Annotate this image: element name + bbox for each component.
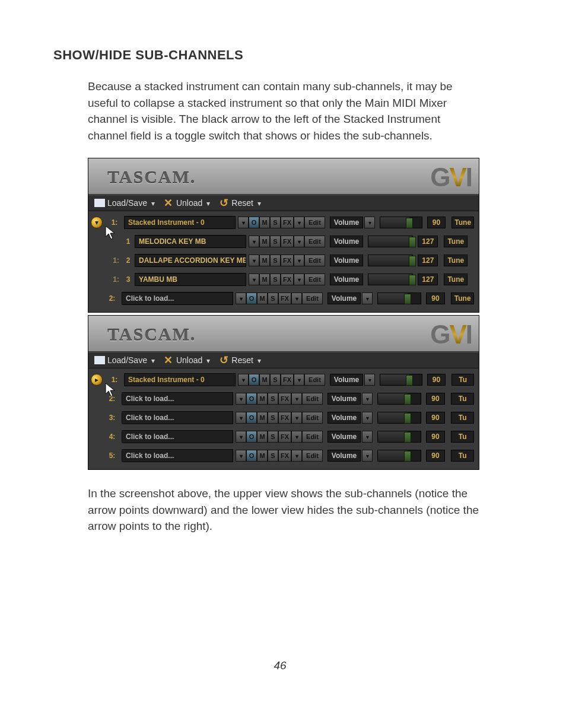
- volume-dropdown[interactable]: [362, 393, 373, 405]
- volume-slider[interactable]: [377, 431, 421, 443]
- solo-button[interactable]: S: [268, 450, 278, 462]
- channel-dropdown[interactable]: [236, 412, 246, 424]
- mute-button[interactable]: M: [259, 374, 270, 386]
- fx-dropdown[interactable]: [291, 450, 302, 462]
- mute-button[interactable]: M: [259, 236, 270, 247]
- tune-field[interactable]: Tu: [451, 431, 474, 443]
- edit-button[interactable]: Edit: [304, 255, 325, 266]
- solo-button[interactable]: S: [268, 393, 278, 405]
- volume-slider[interactable]: [380, 217, 422, 228]
- power-button[interactable]: O: [249, 374, 259, 386]
- volume-slider[interactable]: [368, 274, 413, 285]
- solo-button[interactable]: S: [270, 255, 281, 266]
- edit-button[interactable]: Edit: [302, 293, 323, 304]
- edit-button[interactable]: Edit: [302, 393, 323, 405]
- tune-field[interactable]: Tu: [451, 374, 474, 386]
- fx-dropdown[interactable]: [291, 431, 302, 443]
- loadsave-menu[interactable]: Load/Save: [94, 198, 155, 208]
- volume-dropdown[interactable]: [362, 293, 373, 304]
- fx-dropdown[interactable]: [291, 293, 302, 304]
- volume-slider[interactable]: [377, 293, 421, 304]
- mute-button[interactable]: M: [257, 431, 268, 443]
- solo-button[interactable]: S: [270, 236, 281, 247]
- mute-button[interactable]: M: [259, 255, 270, 266]
- mute-button[interactable]: M: [259, 274, 270, 285]
- volume-slider[interactable]: [368, 255, 413, 266]
- channel-dropdown[interactable]: [249, 255, 259, 266]
- fx-button[interactable]: FX: [278, 293, 291, 304]
- power-button[interactable]: O: [246, 293, 257, 304]
- instrument-name-field[interactable]: MELODICA KEY MB: [135, 235, 246, 248]
- solo-button[interactable]: S: [270, 274, 281, 285]
- fx-button[interactable]: FX: [278, 412, 291, 424]
- volume-dropdown[interactable]: [362, 412, 373, 424]
- tune-field[interactable]: Tune: [444, 255, 468, 266]
- channel-dropdown[interactable]: [236, 450, 246, 462]
- edit-button[interactable]: Edit: [302, 450, 323, 462]
- fx-button[interactable]: FX: [281, 274, 294, 285]
- volume-slider[interactable]: [377, 393, 421, 405]
- edit-button[interactable]: Edit: [302, 412, 323, 424]
- fx-button[interactable]: FX: [281, 217, 294, 228]
- volume-dropdown[interactable]: [364, 374, 375, 386]
- solo-button[interactable]: S: [268, 412, 278, 424]
- fx-button[interactable]: FX: [278, 431, 291, 443]
- channel-dropdown[interactable]: [249, 236, 259, 247]
- fx-dropdown[interactable]: [294, 217, 304, 228]
- channel-dropdown[interactable]: [236, 393, 246, 405]
- instrument-name-field[interactable]: Click to load...: [122, 449, 233, 462]
- instrument-name-field[interactable]: Click to load...: [122, 411, 233, 424]
- instrument-name-field[interactable]: Click to load...: [122, 292, 233, 305]
- volume-slider[interactable]: [380, 374, 422, 386]
- instrument-name-field[interactable]: Click to load...: [122, 430, 233, 443]
- tune-field[interactable]: Tune: [444, 236, 468, 247]
- reset-menu[interactable]: ↺ Reset: [218, 355, 261, 365]
- channel-dropdown[interactable]: [236, 431, 246, 443]
- mute-button[interactable]: M: [257, 412, 268, 424]
- power-button[interactable]: O: [246, 412, 257, 424]
- edit-button[interactable]: Edit: [302, 431, 323, 443]
- instrument-name-field[interactable]: Stacked Instrument - 0: [124, 216, 236, 229]
- edit-button[interactable]: Edit: [304, 274, 325, 285]
- power-button[interactable]: O: [246, 393, 257, 405]
- edit-button[interactable]: Edit: [304, 217, 325, 228]
- fx-dropdown[interactable]: [294, 236, 304, 247]
- fx-button[interactable]: FX: [278, 393, 291, 405]
- fx-dropdown[interactable]: [291, 412, 302, 424]
- tune-field[interactable]: Tune: [444, 274, 468, 285]
- expand-toggle[interactable]: ▸: [91, 374, 103, 386]
- volume-dropdown[interactable]: [364, 217, 375, 228]
- volume-dropdown[interactable]: [362, 450, 373, 462]
- fx-button[interactable]: FX: [281, 374, 294, 386]
- solo-button[interactable]: S: [268, 431, 278, 443]
- tune-field[interactable]: Tu: [451, 412, 474, 424]
- power-button[interactable]: O: [246, 450, 257, 462]
- reset-menu[interactable]: ↺ Reset: [218, 198, 261, 208]
- fx-button[interactable]: FX: [281, 255, 294, 266]
- channel-dropdown[interactable]: [236, 293, 246, 304]
- power-button[interactable]: O: [249, 217, 259, 228]
- mute-button[interactable]: M: [257, 293, 268, 304]
- solo-button[interactable]: S: [270, 217, 281, 228]
- expand-toggle[interactable]: ▾: [91, 217, 103, 228]
- instrument-name-field[interactable]: Stacked Instrument - 0: [124, 373, 236, 386]
- volume-slider[interactable]: [377, 450, 421, 462]
- channel-dropdown[interactable]: [238, 217, 249, 228]
- loadsave-menu[interactable]: Load/Save: [94, 355, 155, 365]
- solo-button[interactable]: S: [268, 293, 278, 304]
- mute-button[interactable]: M: [257, 393, 268, 405]
- volume-dropdown[interactable]: [362, 431, 373, 443]
- tune-field[interactable]: Tune: [451, 217, 474, 228]
- mute-button[interactable]: M: [259, 217, 270, 228]
- tune-field[interactable]: Tu: [451, 450, 474, 462]
- fx-dropdown[interactable]: [294, 255, 304, 266]
- fx-dropdown[interactable]: [294, 274, 304, 285]
- instrument-name-field[interactable]: DALLAPE ACCORDION KEY MB▾: [135, 254, 246, 267]
- tune-field[interactable]: Tu: [451, 393, 474, 405]
- volume-slider[interactable]: [368, 236, 413, 247]
- channel-dropdown[interactable]: [238, 374, 249, 386]
- fx-button[interactable]: FX: [281, 236, 294, 247]
- edit-button[interactable]: Edit: [304, 374, 325, 386]
- solo-button[interactable]: S: [270, 374, 281, 386]
- instrument-name-field[interactable]: YAMBU MB: [135, 273, 246, 286]
